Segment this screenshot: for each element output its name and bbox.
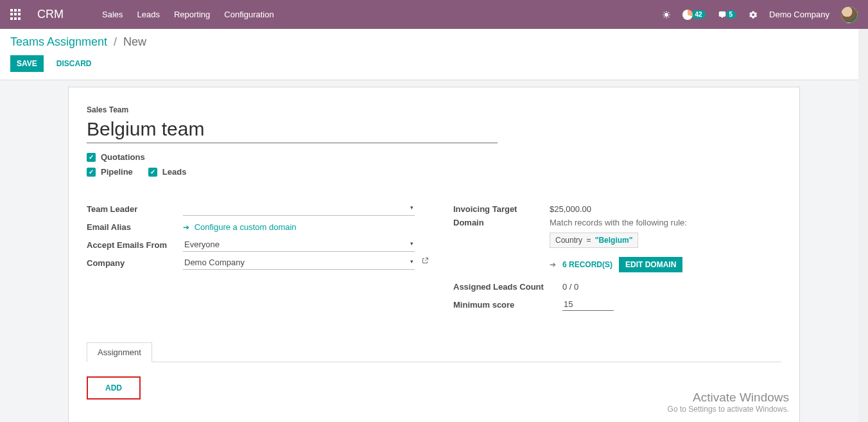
check-leads[interactable]: ✓ Leads (148, 167, 187, 177)
right-column: Invoicing Target $25,000.00 Domain Match… (453, 200, 781, 313)
activities-icon[interactable]: 42 (682, 10, 705, 20)
main-menu: Sales Leads Reporting Configuration (102, 10, 274, 19)
breadcrumb-parent[interactable]: Teams Assignment (10, 35, 107, 49)
watermark-sub: Go to Settings to activate Windows. (668, 405, 789, 414)
check-leads-label: Leads (162, 167, 187, 177)
viewport: Sales Team ✓ Quotations ✓ Pipeline ✓ Lea… (0, 80, 868, 422)
label-assigned-leads: Assigned Leads Count (453, 282, 562, 292)
min-score-input[interactable] (562, 298, 614, 311)
menu-reporting[interactable]: Reporting (174, 10, 210, 19)
discard-button[interactable]: DISCARD (53, 58, 96, 69)
check-pipeline-label: Pipeline (101, 167, 133, 177)
breadcrumb-current: New (123, 35, 146, 49)
arrow-right-icon: ➔ (550, 260, 556, 269)
breadcrumb: Teams Assignment / New (10, 35, 858, 49)
configure-domain-link[interactable]: Configure a custom domain (195, 222, 297, 232)
domain-field: Country (555, 236, 582, 245)
title-label: Sales Team (87, 105, 781, 114)
domain-tag[interactable]: Country = "Belgium" (550, 233, 638, 248)
arrow-right-icon: ➔ (183, 223, 189, 232)
company-selector[interactable]: Demo Company (769, 10, 829, 19)
save-button[interactable]: SAVE (10, 55, 44, 72)
label-domain: Domain (453, 218, 550, 227)
edit-domain-button[interactable]: EDIT DOMAIN (619, 257, 682, 272)
accept-emails-select[interactable] (183, 238, 415, 252)
scrollbar[interactable] (858, 29, 868, 422)
debug-icon[interactable] (662, 10, 671, 19)
check-icon: ✓ (148, 168, 157, 177)
records-link[interactable]: 6 RECORD(S) (562, 260, 612, 269)
label-team-leader: Team Leader (87, 204, 183, 214)
team-leader-input[interactable] (183, 202, 415, 216)
external-link-icon[interactable] (421, 257, 429, 267)
check-quotations[interactable]: ✓ Quotations (87, 152, 145, 162)
form-sheet: Sales Team ✓ Quotations ✓ Pipeline ✓ Lea… (68, 87, 800, 422)
team-name-input[interactable] (87, 117, 498, 143)
menu-config[interactable]: Configuration (224, 10, 273, 19)
messages-badge: 5 (726, 10, 736, 19)
domain-eq: = (586, 236, 591, 245)
breadcrumb-sep: / (114, 35, 117, 49)
activities-badge: 42 (691, 10, 705, 19)
label-invoicing-target: Invoicing Target (453, 204, 550, 214)
menu-leads[interactable]: Leads (137, 10, 160, 19)
user-avatar[interactable] (841, 6, 858, 23)
label-min-score: Minimum score (453, 300, 562, 310)
apps-icon[interactable] (10, 9, 22, 21)
tab-assignment[interactable]: Assignment (87, 342, 152, 362)
check-icon: ✓ (87, 153, 96, 162)
label-accept-emails: Accept Emails From (87, 240, 183, 250)
add-button[interactable]: ADD (87, 376, 141, 400)
top-navbar: CRM Sales Leads Reporting Configuration … (0, 0, 868, 29)
control-panel: Teams Assignment / New SAVE DISCARD (0, 29, 868, 80)
check-quotations-label: Quotations (101, 152, 145, 162)
check-icon: ✓ (87, 168, 96, 177)
domain-value: "Belgium" (595, 236, 633, 245)
left-column: Team Leader ▾ Email Alias ➔ Configure a … (87, 200, 415, 313)
invoicing-target-value: $25,000.00 (550, 204, 591, 214)
nav-right: 42 5 Demo Company (662, 6, 858, 23)
tabs: Assignment (87, 342, 781, 362)
messages-icon[interactable]: 5 (717, 10, 736, 19)
label-company: Company (87, 258, 183, 268)
tabpane-assignment: ADD (87, 362, 781, 400)
assigned-leads-value: 0 / 0 (562, 282, 578, 292)
label-email-alias: Email Alias (87, 222, 183, 232)
domain-hint: Match records with the following rule: (550, 218, 781, 227)
settings-icon[interactable] (747, 10, 758, 20)
svg-point-0 (664, 13, 668, 17)
brand-name[interactable]: CRM (37, 8, 64, 21)
company-input[interactable] (183, 256, 415, 270)
check-pipeline[interactable]: ✓ Pipeline (87, 167, 133, 177)
menu-sales[interactable]: Sales (102, 10, 123, 19)
